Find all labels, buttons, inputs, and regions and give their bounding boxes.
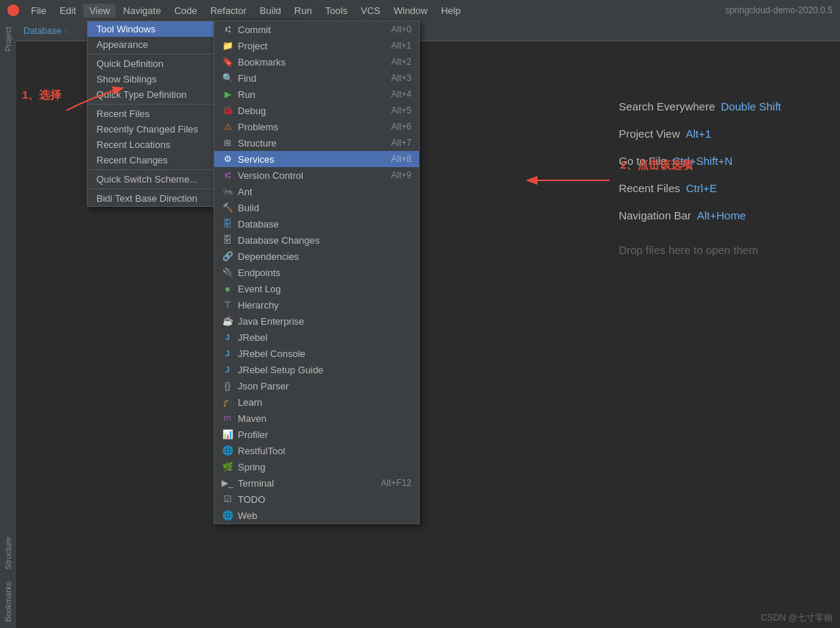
tw-item-problems[interactable]: ⚠ Problems Alt+6 (214, 119, 419, 135)
menu-bar: File Edit View Navigate Code Refactor Bu… (25, 4, 725, 18)
json-icon: {} (222, 380, 233, 392)
hint-search-everywhere: Search Everywhere Double Shift (618, 100, 781, 113)
menu-refactor[interactable]: Refactor (205, 4, 253, 18)
restful-icon: 🌐 (222, 445, 233, 456)
bookmarks-icon: 🔖 (222, 56, 233, 68)
tw-item-event-log[interactable]: ● Event Log (214, 281, 419, 297)
tw-item-spring[interactable]: 🌿 Spring (214, 459, 419, 475)
tw-item-json-parser[interactable]: {} Json Parser (214, 378, 419, 394)
maven-icon: m (222, 412, 233, 424)
menu-help[interactable]: Help (435, 4, 467, 18)
menu-navigate[interactable]: Navigate (117, 4, 166, 18)
structure-icon: ⊞ (222, 137, 233, 149)
learn-icon: 🎓 (222, 396, 233, 408)
tw-item-project[interactable]: 📁 Project Alt+1 (214, 38, 419, 54)
profiler-icon: 📊 (222, 428, 233, 440)
menu-vcs[interactable]: VCS (355, 4, 387, 18)
tw-item-version-control[interactable]: ⑆ Version Control Alt+9 (214, 167, 419, 183)
tw-item-database-changes[interactable]: 🗄 Database Changes (214, 232, 419, 248)
spring-icon: 🌿 (222, 461, 233, 473)
tw-item-debug[interactable]: 🐞 Debug Alt+5 (214, 102, 419, 119)
app-icon (7, 4, 19, 16)
commit-icon: ⑆ (222, 24, 233, 35)
jrebel-icon: J (222, 331, 233, 343)
tw-item-bookmarks[interactable]: 🔖 Bookmarks Alt+2 (214, 54, 419, 70)
sidebar-tab-bookmarks[interactable]: Bookmarks (2, 576, 14, 628)
tw-item-commit[interactable]: ⑆ Commit Alt+0 (214, 21, 419, 38)
hint-recent-files: Recent Files Ctrl+E (618, 182, 781, 194)
menu-tools[interactable]: Tools (320, 4, 353, 18)
hierarchy-icon: ⊤ (222, 299, 233, 311)
services-icon: ⚙ (222, 153, 233, 165)
tw-item-maven[interactable]: m Maven (214, 410, 419, 426)
menu-window[interactable]: Window (388, 4, 434, 18)
db-changes-icon: 🗄 (222, 234, 233, 246)
project-icon: 📁 (222, 40, 233, 52)
ant-icon: 🐜 (222, 186, 233, 197)
tw-item-run[interactable]: ▶ Run Alt+4 (214, 86, 419, 102)
tw-item-dependencies[interactable]: 🔗 Dependencies (214, 248, 419, 264)
vc-icon: ⑆ (222, 169, 233, 181)
menu-build[interactable]: Build (254, 4, 287, 18)
breadcrumb-separator: › (64, 26, 67, 36)
menu-file[interactable]: File (25, 4, 52, 18)
tw-item-todo[interactable]: ☑ TODO (214, 491, 419, 507)
hint-goto-file: Go to File Ctrl+Shift+N (618, 155, 781, 167)
menu-code[interactable]: Code (169, 4, 203, 18)
database-icon: 🗄 (222, 218, 233, 230)
hint-navigation-bar: Navigation Bar Alt+Home (618, 209, 781, 222)
window-title: springcloud-demo-2020.0.5 (725, 5, 833, 15)
tw-item-ant[interactable]: 🐜 Ant (214, 183, 419, 200)
sidebar-tab-structure[interactable]: Structure (2, 531, 14, 576)
find-icon: 🔍 (222, 72, 233, 84)
tw-item-find[interactable]: 🔍 Find Alt+3 (214, 70, 419, 86)
tw-item-jrebel[interactable]: J JRebel (214, 329, 419, 345)
tw-item-services[interactable]: ⚙ Services Alt+8 (214, 151, 419, 167)
tw-item-jrebel-console[interactable]: J JRebel Console (214, 345, 419, 361)
breadcrumb-database[interactable]: Database (24, 26, 61, 36)
hint-project-view: Project View Alt+1 (618, 127, 781, 140)
tw-item-learn[interactable]: 🎓 Learn (214, 394, 419, 410)
tw-item-web[interactable]: 🌐 Web (214, 507, 419, 523)
debug-icon: 🐞 (222, 105, 233, 116)
left-sidebar: Project Structure Bookmarks (0, 21, 16, 628)
endpoints-icon: 🔌 (222, 267, 233, 278)
tool-windows-submenu: ⑆ Commit Alt+0 📁 Project Alt+1 🔖 Bookmar… (213, 21, 420, 524)
tw-item-endpoints[interactable]: 🔌 Endpoints (214, 264, 419, 281)
problems-icon: ⚠ (222, 121, 233, 133)
jrebel-setup-icon: J (222, 364, 233, 375)
java-ee-icon: ☕ (222, 315, 233, 327)
event-log-icon: ● (222, 283, 233, 294)
shortcut-hints: Search Everywhere Double Shift Project V… (618, 100, 781, 256)
tw-item-profiler[interactable]: 📊 Profiler (214, 426, 419, 442)
tw-item-restful[interactable]: 🌐 RestfulTool (214, 442, 419, 459)
run-icon: ▶ (222, 88, 233, 100)
tw-item-terminal[interactable]: ▶_ Terminal Alt+F12 (214, 475, 419, 491)
jrebel-console-icon: J (222, 347, 233, 359)
build-icon: 🔨 (222, 202, 233, 214)
title-bar: File Edit View Navigate Code Refactor Bu… (0, 0, 840, 21)
web-icon: 🌐 (222, 509, 233, 521)
sidebar-tab-project[interactable]: Project (2, 21, 14, 57)
menu-run[interactable]: Run (289, 4, 318, 18)
tw-item-hierarchy[interactable]: ⊤ Hierarchy (214, 297, 419, 313)
watermark: CSDN @七寸零糖 (760, 612, 833, 624)
tw-item-structure[interactable]: ⊞ Structure Alt+7 (214, 135, 419, 151)
tw-item-build[interactable]: 🔨 Build (214, 200, 419, 216)
menu-view[interactable]: View (83, 4, 116, 18)
deps-icon: 🔗 (222, 250, 233, 262)
tw-item-jrebel-setup[interactable]: J JRebel Setup Guide (214, 361, 419, 378)
terminal-icon: ▶_ (222, 477, 233, 489)
drop-files-text: Drop files here to open them (618, 244, 781, 256)
tw-item-database[interactable]: 🗄 Database (214, 216, 419, 232)
menu-edit[interactable]: Edit (54, 4, 82, 18)
tw-item-java-enterprise[interactable]: ☕ Java Enterprise (214, 313, 419, 329)
todo-icon: ☑ (222, 493, 233, 505)
